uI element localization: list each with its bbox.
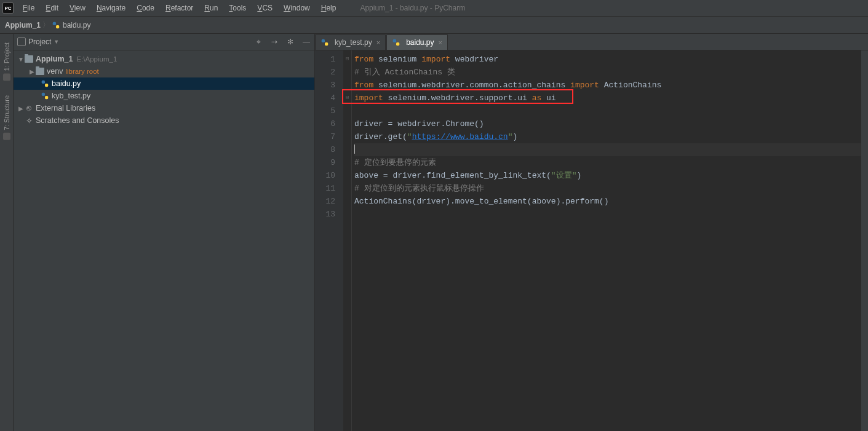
svg-rect-1 [56, 25, 59, 28]
settings-icon[interactable]: ✻ [286, 38, 295, 46]
tree-venv-tag: library root [65, 68, 98, 75]
svg-rect-7 [325, 42, 328, 45]
svg-rect-0 [53, 22, 56, 25]
menu-view[interactable]: View [64, 1, 91, 15]
tree-file-label: baidu.py [52, 79, 81, 88]
python-file-icon [41, 92, 49, 100]
tree-root-label: Appium_1 [36, 55, 73, 63]
code-line[interactable] [354, 208, 861, 221]
folder-icon [36, 68, 44, 75]
menu-code[interactable]: Code [131, 1, 160, 15]
left-tool-stripe: 1: Project 7: Structure [0, 34, 14, 431]
code-line[interactable]: driver = webdriver.Chrome() [354, 117, 861, 130]
hide-icon[interactable]: — [302, 38, 311, 46]
editor-tab-baidu-py[interactable]: baidu.py× [386, 34, 448, 50]
menu-file[interactable]: File [17, 1, 40, 15]
chevron-right-icon: 〉 [42, 20, 50, 30]
error-stripe[interactable] [861, 50, 868, 431]
tree-venv[interactable]: ▶ venv library root [14, 65, 314, 77]
tree-file-baidu[interactable]: baidu.py [14, 77, 314, 90]
editor-area: kyb_test.py×baidu.py× 12345678910111213 … [315, 34, 868, 431]
code-line[interactable]: from selenium import webdriver [354, 53, 861, 66]
workspace: 1: Project 7: Structure Project ▼ ⌖ ⇢ ✻ … [0, 34, 868, 431]
project-view-icon [17, 38, 26, 46]
toolwindow-tab-project[interactable]: 1: Project [3, 42, 10, 81]
menubar: FileEditViewNavigateCodeRefactorRunTools… [17, 1, 341, 15]
tree-root-path: E:\Appium_1 [76, 55, 117, 63]
menu-window[interactable]: Window [278, 1, 316, 15]
editor-tab-label: kyb_test.py [335, 38, 372, 47]
navigation-bar: Appium_1 〉 baidu.py [0, 17, 868, 34]
code-content[interactable]: from selenium import webdriver# 引入 Actio… [352, 50, 861, 431]
svg-rect-9 [396, 42, 399, 45]
svg-rect-3 [45, 84, 48, 87]
code-line[interactable]: # 定位到要悬停的元素 [354, 156, 861, 169]
breadcrumb-file-label: baidu.py [63, 21, 90, 30]
code-editor[interactable]: 12345678910111213 ⊟⊟ from selenium impor… [315, 50, 868, 431]
folder-icon [25, 55, 33, 63]
project-panel-title-label: Project [28, 38, 51, 46]
code-line[interactable]: import selenium.webdriver.support.ui as … [354, 92, 861, 105]
menu-run[interactable]: Run [199, 1, 223, 15]
code-line[interactable]: above = driver.find_element_by_link_text… [354, 169, 861, 182]
project-panel-title[interactable]: Project ▼ [17, 38, 254, 46]
external-libraries-icon: ⎋ [25, 104, 33, 113]
title-bar: PC FileEditViewNavigateCodeRefactorRunTo… [0, 0, 868, 17]
locate-icon[interactable]: ⌖ [254, 38, 263, 46]
scratches-icon: ✧ [25, 116, 33, 125]
code-line[interactable] [354, 105, 861, 117]
code-line[interactable]: ActionChains(driver).move_to_element(abo… [354, 195, 861, 208]
editor-tab-label: baidu.py [406, 38, 434, 47]
menu-refactor[interactable]: Refactor [160, 1, 199, 15]
editor-tab-kyb_test-py[interactable]: kyb_test.py× [315, 34, 386, 50]
menu-help[interactable]: Help [316, 1, 342, 15]
expand-arrow-icon[interactable]: ▼ [17, 56, 25, 63]
project-panel-toolbar: ⌖ ⇢ ✻ — [254, 38, 311, 46]
tree-file-label: kyb_test.py [52, 92, 90, 100]
structure-toolwindow-icon [3, 133, 10, 140]
toolwindow-tab-project-label: 1: Project [3, 42, 10, 71]
svg-rect-2 [42, 81, 45, 84]
tree-scratches-label: Scratches and Consoles [36, 116, 119, 125]
project-tree[interactable]: ▼ Appium_1 E:\Appium_1 ▶ venv library ro… [14, 50, 314, 129]
project-toolwindow-icon [3, 73, 10, 81]
breadcrumb-project-label: Appium_1 [5, 21, 41, 30]
toolwindow-tab-structure[interactable]: 7: Structure [3, 95, 10, 140]
python-file-icon [52, 21, 60, 30]
menu-vcs[interactable]: VCS [252, 1, 278, 15]
project-panel-header: Project ▼ ⌖ ⇢ ✻ — [14, 34, 314, 50]
app-icon: PC [2, 2, 14, 14]
code-line[interactable] [354, 143, 861, 156]
toolwindow-tab-structure-label: 7: Structure [3, 95, 10, 130]
svg-rect-6 [322, 39, 325, 42]
tree-file-kyb[interactable]: kyb_test.py [14, 90, 314, 102]
fold-gutter[interactable]: ⊟⊟ [343, 50, 352, 431]
breadcrumb-project[interactable]: Appium_1 [5, 21, 41, 30]
expand-arrow-icon[interactable]: ▶ [28, 68, 36, 75]
code-line[interactable]: # 引入 ActionChains 类 [354, 66, 861, 79]
project-panel: Project ▼ ⌖ ⇢ ✻ — ▼ Appium_1 E:\Appium_1… [14, 34, 315, 431]
python-file-icon [41, 79, 49, 88]
code-line[interactable]: from selenium.webdriver.common.action_ch… [354, 79, 861, 92]
line-number-gutter[interactable]: 12345678910111213 [315, 50, 343, 431]
chevron-down-icon: ▼ [54, 39, 59, 45]
close-tab-icon[interactable]: × [376, 39, 380, 46]
python-file-icon [321, 38, 329, 47]
tree-external-label: External Libraries [36, 104, 95, 113]
menu-edit[interactable]: Edit [40, 1, 64, 15]
close-tab-icon[interactable]: × [439, 39, 442, 46]
breadcrumb-file[interactable]: baidu.py [52, 21, 90, 30]
menu-navigate[interactable]: Navigate [91, 1, 131, 15]
code-line[interactable]: # 对定位到的元素执行鼠标悬停操作 [354, 182, 861, 195]
tree-external-libs[interactable]: ▶ ⎋ External Libraries [14, 102, 314, 114]
code-line[interactable]: driver.get("https://www.baidu.cn") [354, 130, 861, 143]
python-file-icon [392, 38, 400, 47]
tree-root[interactable]: ▼ Appium_1 E:\Appium_1 [14, 53, 314, 65]
window-title: Appium_1 - baidu.py - PyCharm [360, 4, 465, 12]
tree-scratches[interactable]: ✧ Scratches and Consoles [14, 114, 314, 127]
expand-arrow-icon[interactable]: ▶ [17, 105, 25, 112]
menu-tools[interactable]: Tools [223, 1, 252, 15]
tree-venv-label: venv [47, 67, 63, 76]
editor-tabs: kyb_test.py×baidu.py× [315, 34, 868, 50]
collapse-all-icon[interactable]: ⇢ [270, 38, 279, 46]
